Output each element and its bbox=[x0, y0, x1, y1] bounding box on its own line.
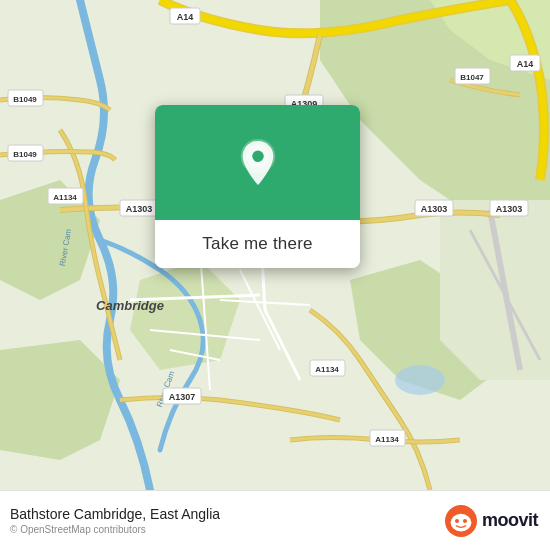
popup-card: Take me there bbox=[155, 105, 360, 268]
moovit-icon bbox=[445, 505, 477, 537]
moovit-text: moovit bbox=[482, 510, 538, 531]
svg-point-54 bbox=[455, 519, 459, 523]
svg-point-51 bbox=[252, 150, 264, 162]
svg-text:A1307: A1307 bbox=[169, 392, 196, 402]
map-container: A14 A14 B1049 B1049 A1309 A1134 A1303 A1… bbox=[0, 0, 550, 490]
svg-point-53 bbox=[451, 513, 472, 531]
svg-text:A1134: A1134 bbox=[375, 435, 399, 444]
svg-text:Cambridge: Cambridge bbox=[96, 298, 164, 313]
svg-text:B1047: B1047 bbox=[460, 73, 484, 82]
svg-text:A1134: A1134 bbox=[315, 365, 339, 374]
svg-text:A1303: A1303 bbox=[421, 204, 448, 214]
location-name: Bathstore Cambridge, East Anglia bbox=[10, 506, 220, 522]
svg-text:A1303: A1303 bbox=[126, 204, 153, 214]
svg-text:B1049: B1049 bbox=[13, 95, 37, 104]
location-pin-icon bbox=[238, 139, 278, 187]
popup-green-area bbox=[155, 105, 360, 220]
take-me-there-button[interactable]: Take me there bbox=[155, 220, 360, 268]
svg-point-55 bbox=[463, 519, 467, 523]
bottom-bar: Bathstore Cambridge, East Anglia © OpenS… bbox=[0, 490, 550, 550]
osm-attribution: © OpenStreetMap contributors bbox=[10, 524, 220, 535]
bottom-info: Bathstore Cambridge, East Anglia © OpenS… bbox=[10, 506, 220, 535]
svg-text:B1049: B1049 bbox=[13, 150, 37, 159]
svg-text:A14: A14 bbox=[177, 12, 194, 22]
svg-text:A14: A14 bbox=[517, 59, 534, 69]
moovit-logo: moovit bbox=[445, 505, 538, 537]
svg-text:A1134: A1134 bbox=[53, 193, 77, 202]
svg-text:A1303: A1303 bbox=[496, 204, 523, 214]
svg-point-48 bbox=[395, 365, 445, 395]
